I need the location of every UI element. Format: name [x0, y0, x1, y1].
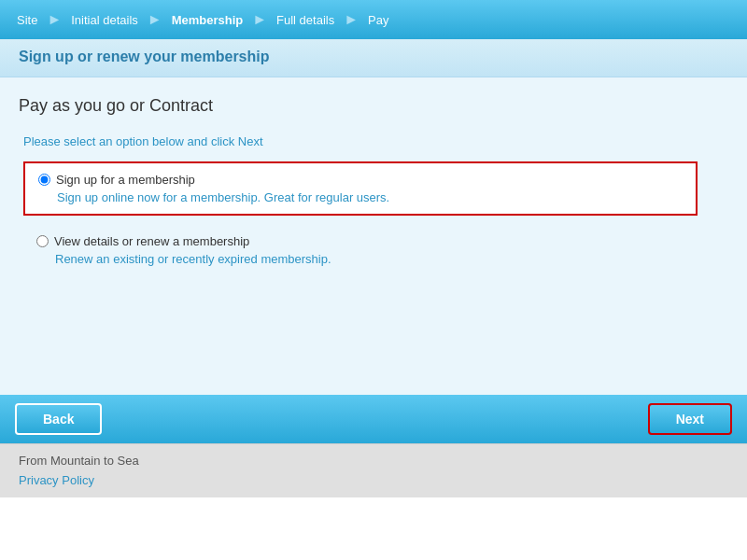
- option-renew-label[interactable]: View details or renew a membership: [36, 234, 684, 248]
- option-signup[interactable]: Sign up for a membership Sign up online …: [23, 161, 698, 216]
- breadcrumb-initial-label: Initial details: [71, 13, 138, 27]
- breadcrumb-bar: Site ► Initial details ► Membership ► Fu…: [0, 0, 747, 39]
- breadcrumb-full-details[interactable]: Full details: [269, 13, 342, 27]
- breadcrumb-pay[interactable]: Pay: [360, 13, 396, 27]
- footer-info: From Mountain to Sea Privacy Policy: [0, 443, 747, 497]
- page-container: Site ► Initial details ► Membership ► Fu…: [0, 0, 747, 560]
- breadcrumb-arrow-4: ►: [344, 11, 359, 28]
- next-button[interactable]: Next: [648, 403, 732, 435]
- privacy-policy-link[interactable]: Privacy Policy: [19, 473, 94, 487]
- breadcrumb-arrow-3: ►: [252, 11, 267, 28]
- breadcrumb-initial-details[interactable]: Initial details: [63, 13, 146, 27]
- breadcrumb-site-label: Site: [17, 13, 37, 27]
- back-button[interactable]: Back: [15, 403, 102, 435]
- option-signup-label[interactable]: Sign up for a membership: [38, 173, 683, 187]
- breadcrumb-arrow-2: ►: [148, 11, 162, 28]
- breadcrumb-arrow-1: ►: [47, 11, 62, 28]
- breadcrumb-full-details-label: Full details: [276, 13, 334, 27]
- org-name: From Mountain to Sea: [19, 454, 728, 468]
- breadcrumb-pay-label: Pay: [368, 13, 388, 27]
- main-content: Pay as you go or Contract Please select …: [0, 77, 747, 395]
- option-renew-radio[interactable]: [36, 235, 49, 247]
- header-section: Sign up or renew your membership: [0, 39, 747, 77]
- option-signup-radio[interactable]: [38, 174, 50, 186]
- option-renew-desc: Renew an existing or recently expired me…: [55, 252, 684, 266]
- breadcrumb-membership-label: Membership: [172, 13, 244, 27]
- breadcrumb-site[interactable]: Site: [9, 13, 45, 27]
- option-signup-desc: Sign up online now for a membership. Gre…: [57, 190, 683, 204]
- footer-nav: Back Next: [0, 395, 747, 443]
- instruction-text: Please select an option below and click …: [23, 134, 728, 148]
- breadcrumb-membership[interactable]: Membership: [164, 13, 251, 27]
- option-renew[interactable]: View details or renew a membership Renew…: [23, 227, 698, 273]
- section-title: Pay as you go or Contract: [19, 96, 728, 116]
- page-title: Sign up or renew your membership: [19, 49, 728, 65]
